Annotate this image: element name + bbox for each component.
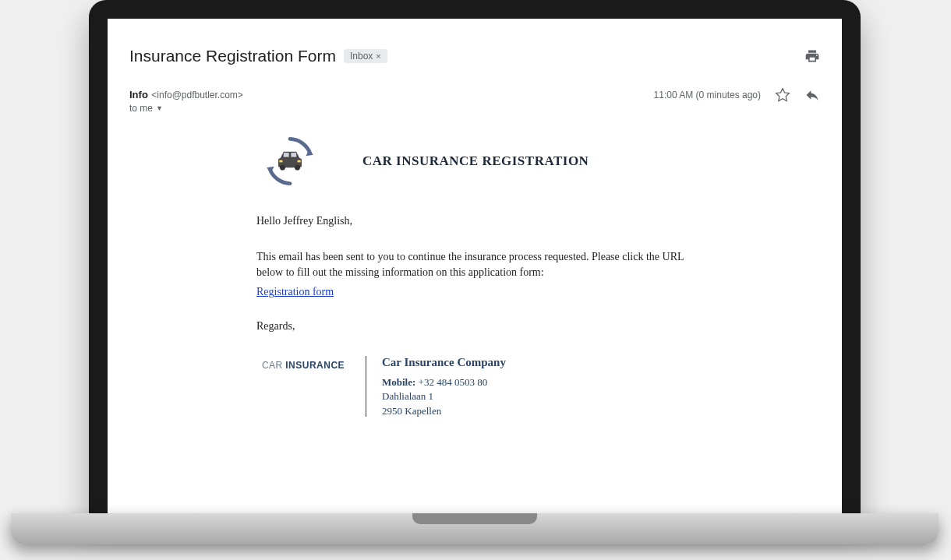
star-icon[interactable]: [775, 87, 790, 103]
mobile-number: +32 484 0503 80: [415, 376, 487, 388]
email-actions: 11:00 AM (0 minutes ago): [654, 87, 820, 103]
print-icon[interactable]: [804, 48, 820, 64]
svg-rect-4: [291, 153, 296, 157]
intro-text: This email has been sent to you to conti…: [256, 249, 693, 280]
reply-icon[interactable]: [804, 87, 820, 103]
sender-name: Info: [129, 89, 148, 100]
close-label-icon[interactable]: ×: [376, 51, 380, 61]
timestamp: 11:00 AM (0 minutes ago): [654, 90, 761, 100]
svg-rect-3: [284, 153, 289, 157]
email-container: Insurance Registration Form Inbox × Info…: [108, 19, 842, 514]
laptop-notch: [412, 513, 537, 524]
brand-header: CAR INSURANCE REGISTRATION: [256, 134, 693, 188]
address-line-2: 2950 Kapellen: [382, 404, 506, 418]
svg-rect-8: [298, 160, 301, 163]
signature-block: CAR INSURANCE Car Insurance Company Mobi…: [256, 354, 693, 418]
regards: Regards,: [256, 320, 693, 333]
inbox-label[interactable]: Inbox ×: [344, 49, 387, 63]
sender-info: Info <info@pdfbutler.com> to me ▼: [129, 87, 243, 114]
email-subject: Insurance Registration Form: [129, 47, 336, 65]
subject-row: Insurance Registration Form Inbox ×: [129, 47, 820, 65]
sig-logo-car: CAR: [262, 360, 283, 371]
registration-form-link[interactable]: Registration form: [256, 286, 334, 298]
svg-rect-7: [279, 160, 282, 163]
brand-title: CAR INSURANCE REGISTRATION: [362, 153, 589, 169]
svg-point-6: [295, 165, 300, 171]
chevron-down-icon: ▼: [156, 104, 163, 112]
subject-left: Insurance Registration Form Inbox ×: [129, 47, 387, 65]
to-text: to me: [129, 103, 153, 114]
mobile-label: Mobile:: [382, 376, 415, 388]
mobile-line: Mobile: +32 484 0503 80: [382, 375, 506, 389]
sender-row: Info <info@pdfbutler.com> to me ▼ 11:00 …: [129, 87, 820, 114]
svg-point-5: [280, 165, 285, 171]
company-name: Car Insurance Company: [382, 354, 506, 371]
screen: Insurance Registration Form Inbox × Info…: [108, 19, 842, 514]
signature-logo: CAR INSURANCE: [256, 354, 350, 376]
inbox-label-text: Inbox: [350, 51, 373, 62]
address-line-1: Dahlialaan 1: [382, 389, 506, 403]
signature-divider: [366, 356, 366, 417]
sender-email: <info@pdfbutler.com>: [151, 90, 243, 100]
greeting: Hello Jeffrey English,: [256, 215, 693, 227]
recipient-dropdown[interactable]: to me ▼: [129, 103, 243, 114]
signature-info: Car Insurance Company Mobile: +32 484 05…: [382, 354, 506, 418]
laptop-frame: Insurance Registration Form Inbox × Info…: [89, 0, 861, 514]
email-body: CAR INSURANCE REGISTRATION Hello Jeffrey…: [256, 128, 693, 418]
sender-line: Info <info@pdfbutler.com>: [129, 87, 243, 101]
car-insurance-logo-icon: [256, 134, 323, 188]
sig-logo-insurance: INSURANCE: [285, 360, 345, 371]
laptop-base: [11, 513, 939, 544]
